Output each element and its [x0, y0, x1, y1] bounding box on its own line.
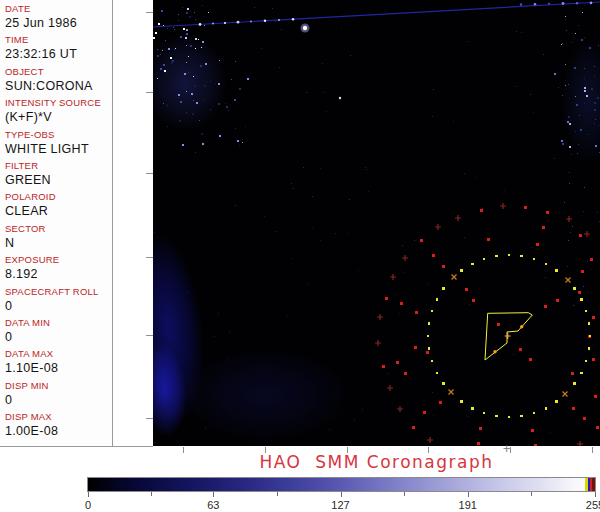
star-speckle	[193, 76, 194, 77]
star-speckle	[433, 415, 434, 416]
star-speckle	[247, 78, 249, 80]
red-marker-dot	[542, 226, 545, 229]
field-value: 23:32:16 UT	[5, 46, 112, 62]
plus-marker	[500, 203, 506, 209]
star-speckle	[242, 142, 243, 143]
sidebar-divider	[112, 0, 113, 446]
star-speckle	[530, 94, 531, 95]
star-speckle	[554, 73, 556, 75]
star-speckle	[231, 79, 232, 80]
plus-marker	[375, 340, 381, 346]
star-speckle	[399, 313, 400, 314]
yellow-circle-dot	[533, 258, 536, 261]
field-label: SPACECRAFT ROLL	[5, 286, 112, 298]
red-marker-dot	[439, 401, 442, 404]
streak-bead	[212, 23, 214, 25]
star-speckle	[595, 145, 597, 147]
streak-bead	[224, 22, 226, 24]
field-value: 0	[5, 392, 112, 408]
red-marker-dot	[385, 297, 388, 300]
field-value: 1.00E-08	[5, 423, 112, 439]
star-speckle	[568, 116, 570, 118]
star-speckle	[428, 284, 429, 285]
yellow-circle-dot	[555, 400, 558, 403]
field-label: DISP MAX	[5, 411, 112, 423]
yellow-circle-dot	[431, 310, 434, 313]
star-speckle	[153, 37, 155, 39]
yellow-circle-dot	[580, 298, 583, 301]
colorbar-minor-tick	[531, 492, 532, 496]
streak-bead	[534, 3, 537, 6]
star-speckle	[163, 25, 164, 26]
star-speckle	[572, 226, 573, 227]
field-value: SUN:CORONA	[5, 78, 112, 94]
star-speckle	[261, 48, 262, 49]
star-speckle	[395, 294, 396, 295]
star-speckle	[589, 47, 591, 49]
star-speckle	[160, 54, 161, 55]
field-label: EXPOSURE	[5, 254, 112, 266]
star-speckle	[467, 416, 468, 417]
star	[303, 26, 307, 30]
star-speckle	[157, 78, 158, 79]
star-speckle	[468, 41, 469, 42]
streak-bead	[264, 20, 266, 22]
red-marker-dot	[412, 426, 415, 429]
red-marker-dot	[572, 407, 575, 410]
star-speckle	[476, 177, 477, 178]
star-speckle	[171, 62, 173, 64]
star-speckle	[583, 211, 584, 212]
star-speckle	[594, 66, 595, 67]
streak-bead	[548, 3, 550, 5]
star-speckle	[210, 81, 211, 82]
star-speckle	[219, 60, 220, 61]
star-speckle	[178, 14, 179, 15]
star-speckle	[561, 44, 562, 45]
smm-coronagraph-viewer: DATE25 Jun 1986TIME23:32:16 UTOBJECTSUN:…	[0, 0, 600, 512]
colorbar-major-tick	[213, 492, 214, 497]
star-speckle	[173, 27, 174, 28]
star-speckle	[195, 38, 197, 40]
metadata-field: OBJECTSUN:CORONA	[5, 66, 112, 97]
star-speckle	[550, 432, 551, 433]
star-speckle	[577, 153, 578, 154]
yellow-circle-dot	[483, 258, 486, 261]
plus-marker	[566, 216, 572, 222]
star-speckle	[464, 237, 465, 238]
yellow-circle-dot	[471, 263, 474, 266]
star-speckle	[567, 266, 568, 267]
star-speckle	[569, 172, 570, 173]
star-speckle	[292, 258, 293, 259]
star-speckle	[584, 37, 585, 38]
colorbar-tick-label: 255	[586, 499, 600, 511]
star-speckle	[578, 144, 579, 145]
red-marker-dot	[524, 206, 527, 209]
star-speckle	[581, 39, 583, 41]
streak-bead	[590, 2, 593, 5]
red-marker-dot	[536, 243, 539, 246]
star-speckle	[194, 85, 196, 87]
star-speckle	[195, 152, 196, 153]
star-speckle	[291, 183, 292, 184]
star-speckle	[362, 409, 363, 410]
star-speckle	[326, 111, 327, 112]
star-speckle	[432, 116, 433, 117]
star-speckle	[322, 63, 323, 64]
star-speckle	[210, 109, 211, 110]
star-speckle	[583, 286, 584, 287]
star-speckle	[595, 119, 596, 120]
star-speckle	[225, 103, 226, 104]
star-speckle	[569, 146, 571, 148]
colorbar-tick-label: 0	[85, 499, 91, 511]
star-speckle	[205, 427, 206, 428]
colorbar-major-tick	[595, 492, 596, 497]
star-speckle	[341, 27, 342, 28]
star-speckle	[264, 216, 265, 217]
yellow-circle-dot	[471, 407, 474, 410]
star-speckle	[464, 173, 465, 174]
star-speckle	[532, 247, 533, 248]
star-speckle	[272, 8, 273, 9]
star-speckle	[204, 25, 205, 26]
yellow-circle-dot	[533, 412, 536, 415]
star-speckle	[180, 36, 182, 38]
